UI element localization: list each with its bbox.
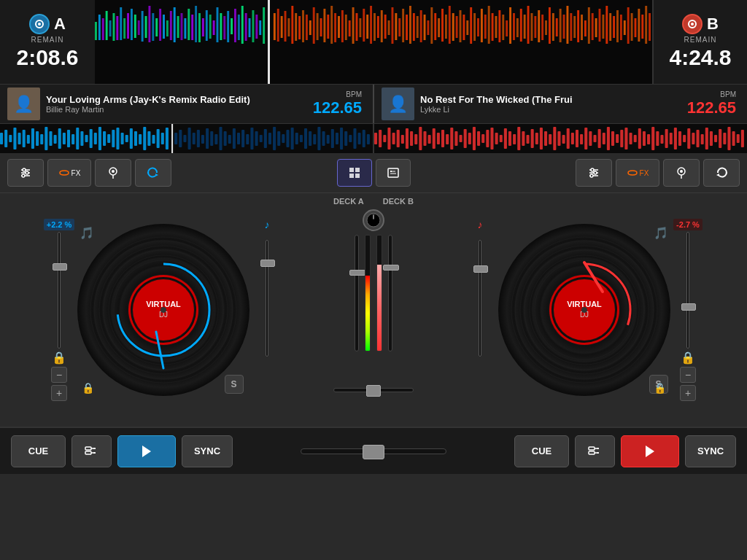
- svg-rect-399: [597, 448, 599, 449]
- svg-rect-152: [635, 18, 637, 37]
- deck-a-loop-btn[interactable]: [71, 435, 112, 467]
- svg-rect-11: [123, 18, 125, 39]
- deck-b-cue-btn[interactable]: CUE: [514, 435, 569, 467]
- bottom-crossfader-thumb[interactable]: [363, 445, 384, 459]
- svg-rect-5: [102, 18, 104, 40]
- svg-point-386: [581, 307, 587, 313]
- svg-rect-175: [63, 133, 66, 144]
- svg-rect-96: [434, 13, 436, 40]
- deck-a-plus-btn[interactable]: +: [51, 385, 67, 401]
- svg-rect-22: [163, 15, 165, 39]
- deck-a-controls: FX: [0, 159, 333, 187]
- deck-b-bpm-label: BPM: [720, 90, 736, 98]
- deck-a-s-button[interactable]: S: [225, 375, 244, 394]
- svg-rect-208: [210, 131, 213, 146]
- deck-b-play-btn[interactable]: [621, 435, 679, 467]
- deck-a-volume-slider-thumb[interactable]: [260, 260, 275, 267]
- deck-a-mini-waveform[interactable]: [0, 124, 373, 153]
- svg-rect-7: [109, 20, 112, 36]
- deck-a-cue-btn[interactable]: CUE: [11, 435, 66, 467]
- master-knob[interactable]: [363, 209, 384, 231]
- deck-a-play-btn[interactable]: [117, 435, 176, 467]
- deck-b-eq-btn[interactable]: [576, 159, 612, 187]
- svg-rect-148: [620, 15, 622, 40]
- channel-b-fader-thumb[interactable]: [383, 265, 399, 271]
- svg-rect-19: [152, 13, 154, 41]
- svg-rect-235: [331, 129, 334, 148]
- svg-rect-310: [665, 129, 668, 148]
- deck-a-eq-btn[interactable]: [7, 159, 44, 187]
- svg-rect-286: [557, 131, 560, 146]
- deck-b-pitch-slider-thumb[interactable]: [681, 303, 696, 311]
- svg-rect-179: [80, 131, 83, 146]
- deck-a-minus-btn[interactable]: −: [51, 367, 67, 383]
- bottom-crossfader-track[interactable]: [301, 448, 446, 454]
- svg-rect-54: [285, 11, 287, 42]
- svg-rect-117: [509, 7, 511, 44]
- deck-a-volume-slider-track[interactable]: [266, 240, 268, 357]
- svg-rect-71: [345, 15, 347, 40]
- svg-rect-81: [381, 10, 383, 42]
- svg-rect-33: [202, 18, 204, 36]
- svg-rect-123: [530, 13, 533, 41]
- deck-a-fx-label: FX: [71, 169, 81, 177]
- svg-rect-284: [549, 134, 551, 144]
- deck-b-label-row: B: [682, 14, 719, 34]
- svg-rect-20: [155, 18, 158, 36]
- browser-btn[interactable]: [376, 159, 411, 187]
- svg-rect-126: [541, 15, 543, 40]
- deck-a-waveform[interactable]: [95, 0, 652, 84]
- deck-a-location-btn[interactable]: [95, 159, 131, 187]
- svg-rect-326: [737, 134, 740, 143]
- svg-rect-228: [300, 135, 303, 142]
- svg-rect-163: [9, 135, 12, 142]
- svg-rect-305: [643, 131, 646, 146]
- crossfader-thumb[interactable]: [366, 385, 381, 397]
- svg-rect-91: [417, 16, 419, 38]
- svg-rect-80: [377, 16, 379, 38]
- deck-b-reset-btn[interactable]: [703, 159, 740, 187]
- deck-a-reset-btn[interactable]: [135, 159, 171, 187]
- svg-rect-94: [427, 20, 429, 35]
- svg-rect-288: [567, 128, 570, 149]
- deck-b-pitch-slider-track[interactable]: [686, 232, 689, 349]
- deck-b-location-btn[interactable]: [663, 159, 700, 187]
- svg-rect-62: [313, 7, 315, 44]
- svg-rect-300: [620, 130, 623, 147]
- channel-a-fader-thumb[interactable]: [349, 270, 365, 276]
- crossfader-track[interactable]: [333, 388, 414, 392]
- svg-rect-83: [388, 20, 390, 35]
- svg-rect-134: [570, 13, 572, 41]
- deck-a-sync-btn[interactable]: SYNC: [182, 435, 233, 467]
- deck-b-volume-slider-thumb[interactable]: [473, 265, 488, 273]
- deck-a-fx-btn[interactable]: FX: [47, 159, 91, 187]
- svg-rect-267: [473, 127, 476, 150]
- svg-rect-18: [148, 6, 150, 42]
- deck-b-turntable-container[interactable]: VIRTUAL DJ 🎵 S 🔒: [497, 222, 672, 397]
- deck-a-pitch-slider-thumb[interactable]: [53, 263, 67, 271]
- grid-view-btn[interactable]: [337, 159, 372, 187]
- deck-b-minus-btn[interactable]: −: [680, 367, 696, 383]
- svg-rect-248: [387, 128, 390, 149]
- channel-b-fader-track[interactable]: [388, 235, 392, 351]
- deck-a-turntable-container[interactable]: VIRTUAL DJ 🎵 S 🔒: [76, 222, 251, 397]
- deck-b-mini-waveform[interactable]: [374, 124, 747, 153]
- deck-b-left-controls: ♪ x x: [468, 215, 493, 405]
- svg-rect-35: [209, 15, 212, 39]
- svg-rect-15: [138, 20, 140, 35]
- svg-rect-311: [670, 133, 673, 144]
- svg-rect-87: [402, 9, 404, 42]
- svg-rect-276: [513, 134, 516, 144]
- svg-rect-34: [206, 10, 208, 41]
- svg-rect-197: [161, 133, 164, 144]
- deck-b-fx-btn[interactable]: FX: [616, 159, 659, 187]
- deck-b-volume-slider-track[interactable]: [479, 240, 481, 357]
- deck-a-pitch-slider-track[interactable]: [58, 232, 61, 349]
- svg-rect-292: [584, 128, 587, 149]
- deck-b-sync-btn[interactable]: SYNC: [685, 435, 736, 467]
- deck-b-loop-btn[interactable]: [575, 435, 615, 467]
- deck-b-plus-btn[interactable]: +: [680, 385, 696, 401]
- svg-rect-240: [353, 128, 356, 149]
- svg-rect-325: [732, 131, 735, 146]
- channel-a-fader-track[interactable]: [355, 235, 359, 351]
